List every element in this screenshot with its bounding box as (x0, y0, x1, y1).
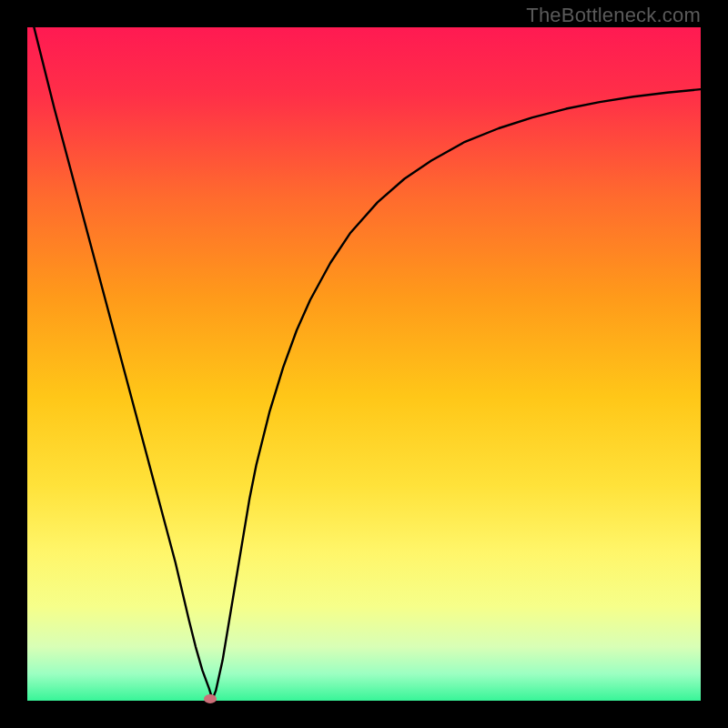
minimum-marker (204, 694, 217, 703)
plot-area (27, 27, 701, 701)
chart-frame: TheBottleneck.com (0, 0, 728, 728)
watermark: TheBottleneck.com (526, 4, 701, 27)
bottleneck-curve (27, 27, 701, 701)
